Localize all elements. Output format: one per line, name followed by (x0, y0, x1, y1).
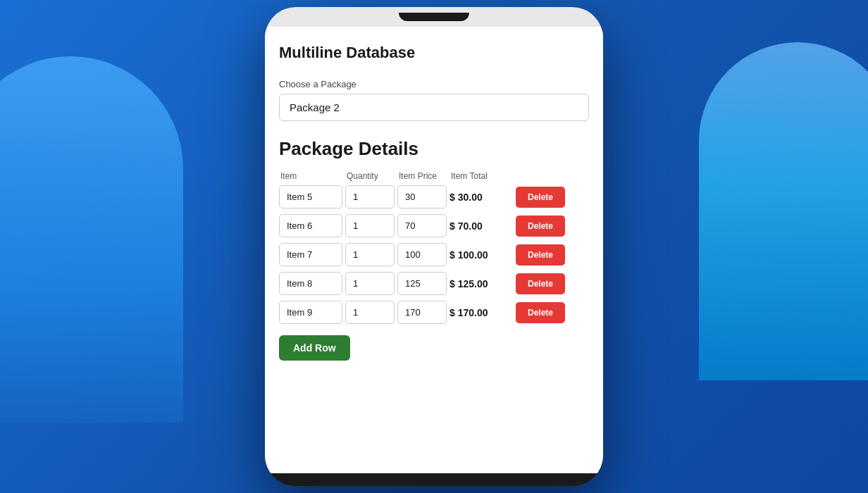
quantity-input-1[interactable] (345, 214, 395, 237)
phone-screen[interactable]: Multiline Database Choose a Package Pack… (265, 27, 603, 473)
delete-button-0[interactable]: Delete (516, 187, 565, 208)
phone-frame: Multiline Database Choose a Package Pack… (265, 7, 603, 486)
package-select[interactable]: Package 2 (279, 94, 589, 121)
price-input-3[interactable] (397, 272, 447, 295)
col-item-total: Item Total (451, 171, 514, 181)
phone-notch (399, 13, 469, 21)
item-total-0: $ 30.00 (450, 192, 513, 203)
item-total-3: $ 125.00 (450, 278, 513, 289)
quantity-input-4[interactable] (345, 301, 395, 324)
table-row: $ 30.00 Delete (279, 185, 589, 208)
item-input-1[interactable] (279, 214, 342, 237)
table-row: $ 70.00 Delete (279, 214, 589, 237)
arch-right-decoration (699, 42, 868, 380)
item-total-1: $ 70.00 (450, 220, 513, 232)
item-input-4[interactable] (279, 301, 342, 324)
table-header: Item Quantity Item Price Item Total (279, 171, 589, 181)
delete-button-3[interactable]: Delete (516, 273, 565, 294)
item-input-0[interactable] (279, 185, 342, 208)
item-total-4: $ 170.00 (450, 307, 513, 318)
phone-bottom-bar (265, 473, 603, 486)
app-content: Multiline Database Choose a Package Pack… (265, 27, 603, 473)
col-action (517, 171, 566, 181)
col-item-price: Item Price (399, 171, 448, 181)
price-input-0[interactable] (397, 185, 447, 208)
col-quantity: Quantity (347, 171, 396, 181)
app-title: Multiline Database (279, 44, 589, 62)
item-input-3[interactable] (279, 272, 342, 295)
price-input-2[interactable] (397, 243, 447, 266)
delete-button-1[interactable]: Delete (516, 216, 565, 237)
phone-notch-bar (265, 7, 603, 27)
quantity-input-0[interactable] (345, 185, 395, 208)
table-row: $ 170.00 Delete (279, 301, 589, 324)
item-input-2[interactable] (279, 243, 342, 266)
rows-container: $ 30.00 Delete $ 70.00 Delete $ 100.00 D… (279, 185, 589, 324)
table-row: $ 100.00 Delete (279, 243, 589, 266)
item-total-2: $ 100.00 (450, 249, 513, 261)
arch-left-decoration (0, 56, 183, 423)
table-row: $ 125.00 Delete (279, 272, 589, 295)
price-input-4[interactable] (397, 301, 447, 324)
price-input-1[interactable] (397, 214, 447, 237)
quantity-input-3[interactable] (345, 272, 395, 295)
delete-button-2[interactable]: Delete (516, 244, 565, 266)
quantity-input-2[interactable] (345, 243, 395, 266)
package-label: Choose a Package (279, 79, 589, 89)
col-item: Item (280, 171, 344, 181)
section-title: Package Details (279, 138, 589, 160)
add-row-button[interactable]: Add Row (279, 335, 350, 361)
delete-button-4[interactable]: Delete (516, 302, 565, 323)
